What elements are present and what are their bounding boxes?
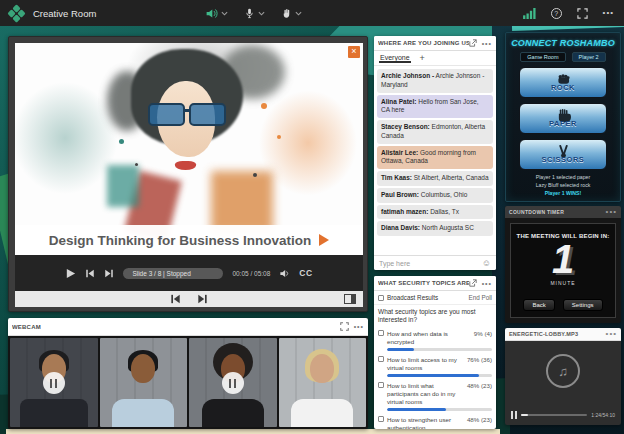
fullscreen-icon[interactable] [577,8,588,19]
rock-label: ROCK [551,83,575,92]
chevron-down-icon[interactable] [221,11,228,16]
popout-icon[interactable] [469,39,477,47]
paper-button[interactable]: PAPER [519,103,607,134]
more-menu-icon[interactable]: ••• [603,9,614,17]
chat-text: North Augusta SC [422,224,474,231]
game-tab-room[interactable]: Game Room [520,52,565,62]
slide-progress-pill[interactable]: Slide 3 / 8 | Stopped [123,268,223,279]
game-tab-player[interactable]: Player 2 [572,52,606,62]
poll-option-bar [387,408,492,411]
help-icon[interactable]: ? [551,8,562,19]
chat-message: fatimah mazen: Dallas, Tx [377,205,493,220]
slide-title: Design Thinking for Business Innovation [49,233,312,248]
meeting-room: Creative Room ? ••• [0,0,624,434]
mic-icon [244,8,255,19]
poll-option-result: 9% (4) [474,330,492,337]
expand-icon[interactable] [340,322,349,331]
rock-button[interactable]: ROCK [519,67,607,98]
connection-signal-icon[interactable] [523,8,536,19]
pod-menu-icon[interactable]: ••• [482,40,492,47]
pod-menu-icon[interactable]: ••• [606,208,617,216]
chat-author: Archie Johnson - [381,72,434,79]
play-arrow-icon[interactable] [319,234,329,246]
prev-slide-button[interactable] [85,269,95,278]
add-tab-button[interactable]: + [420,54,425,63]
nav-prev-button[interactable] [170,294,181,304]
chevron-down-icon[interactable] [258,11,265,16]
game-result: Player 1 selected paper Lazy Bluff selec… [506,174,620,197]
game-tabs: Game Room Player 2 [506,52,620,62]
tab-everyone[interactable]: Everyone [379,53,411,63]
countdown-pod: COUNTDOWN TIMER ••• THE MEETING WILL BEG… [505,206,621,323]
audio-progress-track[interactable] [521,414,587,416]
chat-message: Alina Patel: Hello from San Jose, CA her… [377,95,493,119]
slide-caption: Design Thinking for Business Innovation [15,225,363,255]
sidebar-toggle-icon[interactable] [344,294,356,304]
webcam-title: WEBCAM [12,324,340,330]
participant-head [310,354,334,383]
poll-option-result: 76% (36) [467,356,492,363]
webcam-header: WEBCAM ••• [8,318,368,336]
pause-badge[interactable] [222,372,244,394]
countdown-panel: THE MEETING WILL BEGIN IN: 1 MINUTE Back… [510,223,616,318]
music-note-icon: ♫ [546,354,580,388]
participant-torso [20,399,88,427]
raise-hand-control[interactable] [281,8,302,19]
pod-menu-icon[interactable]: ••• [482,280,492,287]
chevron-down-icon[interactable] [295,11,302,16]
end-poll-button[interactable]: End Poll [469,294,492,301]
pause-badge[interactable] [43,372,65,394]
game-result-line: Lazy Bluff selected rock [506,182,620,190]
poll-option-checkbox[interactable] [378,382,384,388]
chat-input[interactable]: Type here ☺ [374,255,496,270]
back-button[interactable]: Back [523,299,554,311]
speaker-control[interactable] [205,7,228,20]
closed-captions-button[interactable]: CC [299,268,312,278]
poll-option: How to strengthen user authentication 48… [378,413,492,429]
poll-option-bar [387,374,492,377]
close-icon[interactable]: × [348,46,360,58]
poll-title: WHAT SECURITY TOPICS ARE YOU... [378,280,469,286]
poll-option-label: How to limit what participants can do in… [387,382,464,406]
game-winner-line: Player 1 WINS! [506,190,620,198]
chat-message: Paul Brown: Columbus, Ohio [377,188,493,203]
poll-option-checkbox[interactable] [378,356,384,362]
game-hint: Press a button to play again [506,201,620,202]
speaker-icon [205,7,218,20]
mic-control[interactable] [244,8,265,19]
game-title: CONNECT ROSHAMBO [506,38,620,48]
pod-menu-icon[interactable]: ••• [354,323,364,330]
pod-menu-icon[interactable]: ••• [606,330,617,338]
webcam-feed [10,338,98,427]
scissors-button[interactable]: SCISSORS [519,139,607,170]
poll-option-label: How and when data is encrypted [387,330,471,346]
popout-icon[interactable] [469,279,477,287]
volume-icon[interactable] [279,268,290,279]
nav-next-button[interactable] [197,294,208,304]
broadcast-results-checkbox[interactable] [378,295,384,301]
app-logo-icon [7,4,25,22]
poll-option-checkbox[interactable] [378,330,384,336]
participant-torso [112,399,174,427]
chat-text: Columbus, Ohio [421,191,468,198]
audio-header: ENERGETIC-LOBBY.MP3 ••• [505,328,621,341]
chat-header: WHERE ARE YOU JOINING US... ••• [374,36,496,51]
poll-subheader: Broadcast Results End Poll [374,291,496,305]
next-slide-button[interactable] [104,269,114,278]
poll-header: WHAT SECURITY TOPICS ARE YOU... ••• [374,276,496,291]
poll-option-result: 48% (23) [467,416,492,423]
webcam-feed [279,338,367,427]
emoji-icon[interactable]: ☺ [482,259,491,268]
audio-title: ENERGETIC-LOBBY.MP3 [509,331,578,337]
chat-message: Stacey Benson: Edmonton, Alberta Canada [377,120,493,144]
webcam-feed [189,338,277,427]
chat-tabs: Everyone + [374,51,496,66]
settings-button[interactable]: Settings [563,299,603,311]
play-button[interactable] [65,268,76,279]
scissors-label: SCISSORS [542,155,585,164]
poll-option-checkbox[interactable] [378,416,384,422]
game-result-line: Player 1 selected paper [506,174,620,182]
pause-button[interactable] [511,411,517,419]
slide-nav-bar [15,291,363,307]
poll-option: How to limit what participants can do in… [378,379,492,413]
